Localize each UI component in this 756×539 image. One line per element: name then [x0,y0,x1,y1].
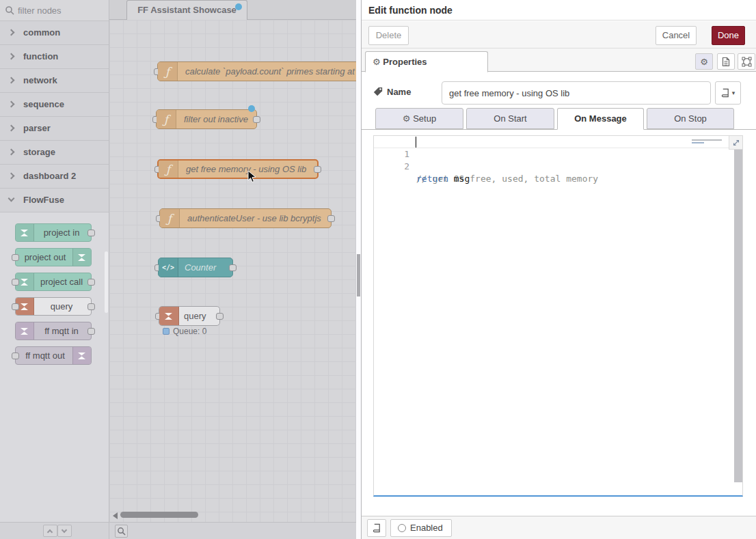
palette-node-project-in[interactable]: project in [15,223,92,242]
document-icon [721,57,731,67]
library-dropdown-button[interactable]: ▾ [715,81,741,105]
description-view-button[interactable] [717,53,735,70]
palette-search[interactable] [0,0,109,21]
output-port[interactable] [229,264,237,271]
category-label: FlowFuse [23,195,64,205]
tab-setup[interactable]: ⚙ Setup [375,108,463,129]
tab-on-stop[interactable]: On Stop [647,108,734,129]
category-label: parser [23,123,51,133]
enabled-toggle-button[interactable]: Enabled [390,519,452,537]
gear-icon: ⚙ [700,57,708,67]
palette-node-project-call[interactable]: project call [15,273,92,291]
node-query[interactable]: query [159,306,220,326]
palette-category-flowfuse[interactable]: FlowFuse [0,189,109,212]
flowfuse-logo-icon [72,249,91,266]
function-icon: ƒ [159,161,178,178]
output-port[interactable] [87,303,95,310]
canvas-footer [109,522,356,539]
node-get-free-memory[interactable]: ƒ get free memory - using OS lib [157,159,319,179]
chevron-right-icon [8,101,15,108]
editor-scrollbar[interactable] [734,150,742,482]
done-button[interactable]: Done [712,26,745,45]
palette-category-storage[interactable]: storage [0,141,109,165]
template-icon: </> [159,258,178,277]
expand-editor-button[interactable] [729,136,742,150]
name-input[interactable] [442,81,711,105]
magnifier-icon [117,527,126,536]
node-authenticate-user[interactable]: ƒ authenticateUser - use lib bcryptjs [159,208,332,228]
tab-on-message[interactable]: On Message [557,108,644,130]
expand-all-button[interactable] [57,525,72,537]
tab-label: On Message [574,113,627,124]
output-port[interactable] [216,313,224,320]
caret-down-icon: ▾ [732,89,735,96]
output-port[interactable] [253,116,260,123]
horizontal-scrollbar[interactable] [120,512,198,518]
appearance-view-button[interactable] [738,53,755,70]
code-line[interactable]: 1 // get OS free, used, total memory [374,136,742,148]
workspace-vertical-scrollbar[interactable] [356,0,361,539]
node-filter-out-inactive[interactable]: ƒ filter out inactive [156,109,257,129]
palette-category-parser[interactable]: parser [0,117,109,141]
palette-node-ff-mqtt-in[interactable]: ff mqtt in [15,322,92,340]
palette-node-label: ff mqtt in [35,322,88,340]
code-text: msg [448,174,470,184]
code-editor[interactable]: 1 // get OS free, used, total memory 2 r… [373,135,743,497]
node-counter[interactable]: </> Counter [158,258,233,277]
category-label: function [23,51,58,61]
tray-toolbar: Delete Cancel Done [362,21,756,49]
palette-flowfuse-nodes: project in project out project call quer… [0,212,109,383]
palette-node-ff-mqtt-out[interactable]: ff mqtt out [15,346,92,365]
node-calculate-primes[interactable]: ƒ calculate `payload.count` primes start… [157,61,356,81]
properties-view-button[interactable]: ⚙ [695,53,713,70]
palette-category-sequence[interactable]: sequence [0,93,109,117]
chevron-right-icon [8,125,15,132]
function-icon: ƒ [160,209,180,227]
palette-node-project-out[interactable]: project out [15,248,92,266]
palette-node-label: project out [18,249,72,266]
palette-category-network[interactable]: network [0,69,109,93]
node-red-editor: common function network sequence parser … [0,0,756,539]
palette-category-dashboard-2[interactable]: dashboard 2 [0,165,109,189]
node-label: authenticateUser - use lib bcryptjs [187,209,327,227]
output-port[interactable] [314,166,321,173]
palette-category-common[interactable]: common [0,21,109,45]
scrollbar-thumb[interactable] [357,254,360,296]
collapse-all-button[interactable] [43,525,57,537]
palette-node-query[interactable]: query [15,297,92,316]
workspace-canvas[interactable]: FF Assistant Showcase ƒ calculate `paylo… [109,0,356,522]
input-port[interactable] [12,279,19,286]
delete-button[interactable]: Delete [368,26,409,45]
category-label: common [23,27,60,38]
tab-label: On Start [494,113,526,124]
tab-properties[interactable]: ⚙ Properties [365,51,488,72]
gear-icon: ⚙ [373,57,381,67]
search-input[interactable] [18,3,104,18]
flowfuse-logo-icon [16,322,34,340]
code-line[interactable]: 2 return msg [374,148,742,161]
workspace-tab[interactable]: FF Assistant Showcase [126,0,247,20]
input-port[interactable] [12,303,19,310]
palette-category-function[interactable]: function [0,45,109,69]
output-port[interactable] [87,230,95,236]
output-port[interactable] [87,328,95,335]
node-label: Counter [185,258,216,277]
tab-on-start[interactable]: On Start [466,108,554,129]
chevron-right-icon [8,53,15,60]
search-icon [5,5,14,15]
input-port[interactable] [12,353,19,359]
double-chevron-down-icon [62,527,67,533]
zoom-search-button[interactable] [115,525,128,538]
cancel-button[interactable]: Cancel [656,26,697,45]
tray-footer: Enabled [362,516,756,539]
hscroll-left-arrow[interactable] [113,512,118,519]
output-port[interactable] [327,215,335,222]
category-label: network [23,75,57,85]
expand-icon [732,139,740,147]
category-label: storage [23,147,55,157]
flow-grid[interactable]: ƒ calculate `payload.count` primes start… [109,20,356,522]
input-port[interactable] [12,254,19,261]
output-port[interactable] [87,279,95,286]
library-button[interactable] [367,519,386,537]
palette-scrollbar[interactable] [105,251,108,313]
